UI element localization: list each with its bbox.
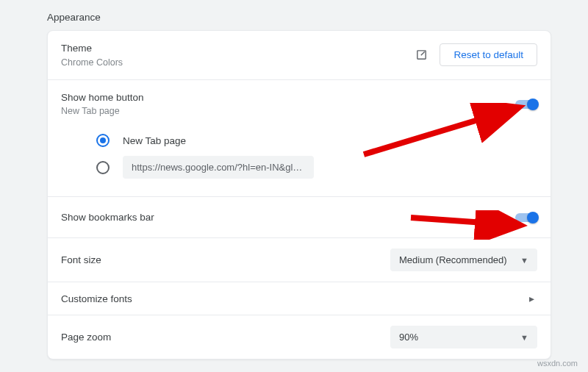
row-theme-left: Theme Chrome Colors bbox=[61, 41, 123, 69]
bookmarks-bar-title: Show bookmarks bar bbox=[61, 212, 154, 223]
row-home-right bbox=[515, 100, 537, 109]
theme-subtitle: Chrome Colors bbox=[61, 56, 123, 69]
font-size-selected: Medium (Recommended) bbox=[399, 254, 507, 265]
theme-title: Theme bbox=[61, 41, 123, 56]
page-zoom-dropdown[interactable]: 90% ▼ bbox=[390, 326, 537, 348]
radio-row-newtab: New Tab page bbox=[61, 129, 537, 151]
caret-down-icon: ▼ bbox=[520, 256, 528, 265]
row-home-button: Show home button New Tab page bbox=[48, 80, 551, 129]
page-zoom-selected: 90% bbox=[399, 332, 418, 343]
radio-newtab-label: New Tab page bbox=[123, 135, 186, 146]
home-button-options: New Tab page https://news.google.com/?hl… bbox=[48, 128, 551, 197]
open-in-new-icon[interactable] bbox=[415, 49, 428, 61]
bookmarks-bar-toggle[interactable] bbox=[515, 213, 537, 222]
chevron-right-icon: ▸ bbox=[529, 293, 537, 304]
font-size-dropdown[interactable]: Medium (Recommended) ▼ bbox=[390, 248, 537, 271]
home-button-title: Show home button bbox=[61, 90, 144, 105]
caret-down-icon: ▼ bbox=[520, 333, 528, 342]
row-theme: Theme Chrome Colors Reset to default bbox=[48, 31, 551, 80]
customize-fonts-title: Customize fonts bbox=[61, 293, 132, 304]
font-size-title: Font size bbox=[61, 254, 101, 265]
home-button-subtitle: New Tab page bbox=[61, 104, 144, 118]
home-button-toggle[interactable] bbox=[515, 100, 537, 109]
radio-newtab[interactable] bbox=[96, 134, 110, 147]
row-customize-fonts[interactable]: Customize fonts ▸ bbox=[48, 282, 551, 315]
row-font-size: Font size Medium (Recommended) ▼ bbox=[48, 238, 551, 282]
home-custom-url-input[interactable]: https://news.google.com/?hl=en-IN&gl=IN&… bbox=[123, 156, 314, 179]
appearance-card: Theme Chrome Colors Reset to default Sho… bbox=[47, 30, 551, 360]
reset-to-default-button[interactable]: Reset to default bbox=[440, 43, 537, 66]
row-home-left: Show home button New Tab page bbox=[61, 90, 144, 118]
row-theme-right: Reset to default bbox=[415, 43, 537, 66]
section-title: Appearance bbox=[0, 6, 588, 30]
page-zoom-title: Page zoom bbox=[61, 332, 111, 343]
row-bookmarks-bar: Show bookmarks bar bbox=[48, 197, 551, 238]
radio-custom-url[interactable] bbox=[96, 161, 110, 174]
radio-row-custom: https://news.google.com/?hl=en-IN&gl=IN&… bbox=[61, 151, 537, 183]
watermark: wsxdn.com bbox=[537, 359, 578, 368]
row-page-zoom: Page zoom 90% ▼ bbox=[48, 315, 551, 359]
